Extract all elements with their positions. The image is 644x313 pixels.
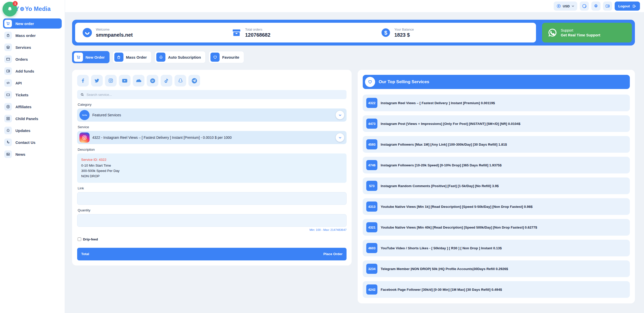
sidebar-item-child-panels[interactable]: Child Panels [3,114,62,124]
top-service-row[interactable]: 4242 Facebook Page Follower [30k/d] [0-3… [363,281,630,298]
sidebar-item-label: Orders [15,57,28,61]
dripfeed-checkbox[interactable] [78,237,81,241]
service-id-badge: 3234 [366,264,377,274]
sidebar-item-api[interactable]: API [3,78,62,88]
sidebar-item-updates[interactable]: Updates [3,125,62,136]
sidebar-item-news[interactable]: News [3,149,62,159]
platform-soundcloud[interactable] [133,75,144,86]
top-services-title: Our Top Selling Services [379,79,429,84]
description-line: NON DROP [81,174,342,179]
currency-label: USD [563,4,570,8]
layers-icon [4,43,12,51]
sidebar-item-label: Add funds [15,69,34,73]
top-service-row[interactable]: 4321 Youtube Native Views [Min 40k] [Rea… [363,219,630,236]
tab-mass-order[interactable]: Mass Order [113,51,152,63]
sidebar-item-add-funds[interactable]: Add funds [3,66,62,76]
order-tabs: New Order Mass Order Auto Subscription F… [72,51,635,63]
dripfeed-option[interactable]: Drip-feed [78,237,347,241]
wallet-button[interactable] [603,2,612,11]
sidebar-item-tickets[interactable]: Tickets [3,90,62,100]
total-bar: Total Place Order [77,248,347,260]
sidebar-item-label: API [15,81,22,85]
service-search[interactable] [77,90,347,99]
quantity-label: Quantity [78,208,347,212]
notification-badge: 1 [13,1,18,6]
service-name: Instagram Post [Views + Impressions] [On… [381,122,520,126]
sidebar-item-affiliates[interactable]: Affiliates [3,102,62,112]
sidebar-item-label: Affiliates [15,105,31,109]
service-name: Telegram Member |NON DROP| 50k |HQ Profi… [381,267,508,271]
service-chevron-button[interactable] [336,133,344,142]
logout-icon [632,4,636,8]
brand-logo-text: Y Yo Media [15,6,51,12]
dark-mode-button[interactable] [580,2,589,11]
category-chevron-button[interactable] [336,111,344,119]
facebook-icon [80,78,86,83]
service-select[interactable]: 4322 - Instagram Reel Views – [ Fastest … [77,131,347,144]
welcome-label: Welcome [96,28,133,31]
bag-icon [114,53,123,62]
currency-selector[interactable]: USD [554,2,577,11]
settings-button[interactable] [591,2,600,11]
platform-snapchat[interactable] [175,75,186,86]
top-service-row[interactable]: 573 Instagram Random Comments [Positive]… [363,177,630,194]
service-name: Instagram Followers [10-20k Speed] [0-10… [381,163,502,167]
platform-spotify[interactable] [147,75,158,86]
tab-favourite[interactable]: Favourite [209,51,244,63]
sidebar-item-label: New order [15,21,34,26]
sidebar-item-contact-us[interactable]: Contact Us [3,137,62,147]
tab-label: Favourite [222,55,239,59]
platform-youtube[interactable] [119,75,131,86]
support-button[interactable]: Support Get Real Time Support [542,23,632,42]
place-order-button[interactable]: Place Order [323,252,342,256]
top-service-row[interactable]: 4313 Youtube Native Views [Min 1k] [Read… [363,198,630,215]
service-label: Service [78,125,347,129]
bell-icon [4,127,12,134]
top-services-header: Our Top Selling Services [363,75,630,89]
platform-tiktok[interactable] [161,75,172,86]
sidebar-item-orders[interactable]: Orders [3,54,62,64]
username: smmpanels.net [96,32,133,38]
total-orders-label: Total orders [245,28,270,31]
link-input[interactable] [77,192,347,205]
bell-icon [7,6,13,12]
notification-button[interactable]: 1 [3,2,17,16]
service-id-badge: 4313 [366,202,377,212]
welcome-stat: Welcome smmpanels.net [82,27,231,38]
service-id-badge: 573 [366,181,377,191]
category-select[interactable]: YoYo Featured Services [77,108,347,122]
logout-button[interactable]: Logout [615,2,640,11]
platform-instagram[interactable] [105,75,117,86]
search-input[interactable] [87,93,344,97]
platform-telegram[interactable] [188,75,200,86]
chevron-down-icon [338,113,342,117]
category-value: Featured Services [92,113,333,117]
sidebar-item-label: Contact Us [15,140,35,145]
top-service-row[interactable]: 3234 Telegram Member |NON DROP| 50k |HQ … [363,260,630,277]
sidebar-item-services[interactable]: Services [3,42,62,52]
tab-label: New Order [85,55,105,59]
platform-facebook[interactable] [77,75,89,86]
topbar: USD Logout [65,0,644,12]
svg-text:$: $ [384,30,387,36]
top-service-row[interactable]: 4322 Instagram Reel Views – [ Fastest De… [363,95,630,111]
smiley-avatar-icon [82,27,93,38]
sidebar-item-new-order[interactable]: New order [3,18,62,29]
content: Welcome smmpanels.net Total orders 12076… [65,12,644,313]
sidebar-item-mass-order[interactable]: Mass order [3,30,62,40]
min-max-hint: Min: 100 - Max: 2147483647 [77,228,347,231]
top-service-row[interactable]: 4746 Instagram Followers [10-20k Speed] … [363,157,630,173]
tiktok-icon [164,78,169,83]
balance-value: 1823 $ [394,32,414,38]
tab-auto-subscription[interactable]: Auto Subscription [155,51,206,63]
top-service-row[interactable]: 4603 YouTube Video / Shorts Likes - [ 50… [363,240,630,256]
tab-new-order[interactable]: New Order [72,51,110,63]
top-service-row[interactable]: 4473 Instagram Post [Views + Impressions… [363,115,630,132]
top-service-row[interactable]: 4593 Instagram Followers [Max 1M] [Any L… [363,136,630,153]
quantity-input[interactable] [77,214,347,227]
logout-label: Logout [618,4,630,8]
support-label: Support [561,28,600,32]
service-id-badge: 4242 [366,284,377,295]
platform-twitter[interactable] [91,75,103,86]
tab-label: Mass Order [126,55,147,59]
